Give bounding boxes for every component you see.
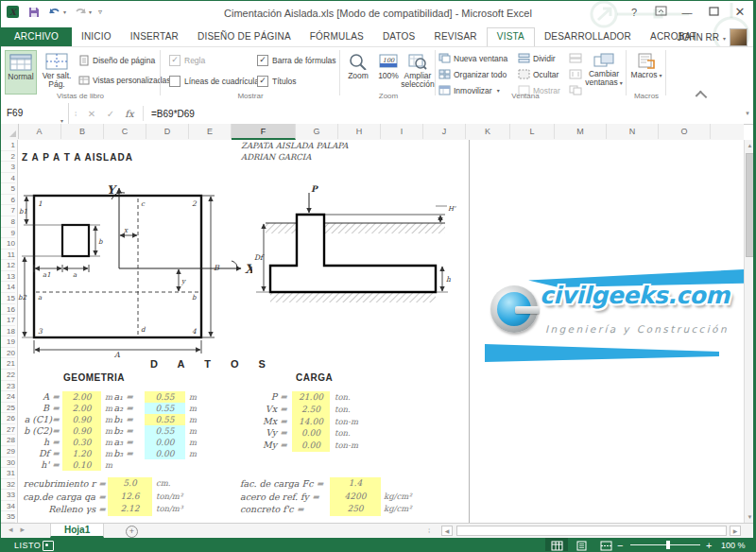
ribbon-tab-archivo[interactable]: ARCHIVO [1,27,72,46]
value-cell[interactable]: 0.10 [62,459,101,471]
value-cell[interactable]: 5.0 [108,477,152,491]
row-header-30[interactable]: 30 [1,457,15,469]
normal-view-shortcut[interactable] [545,538,568,552]
value-cell[interactable]: 250 [330,503,381,516]
help-icon[interactable]: ? [625,4,644,21]
new-window-button[interactable]: Nueva ventana [438,53,507,63]
sheet-grid[interactable]: ZAPATA AISLADA PALAPA Z A P A T A AISLAD… [18,140,744,523]
horizontal-scrollbar[interactable] [456,526,727,536]
scroll-left-icon[interactable]: ◀ [441,526,453,536]
user-avatar[interactable] [730,28,747,46]
row-header-6[interactable]: 6 [1,195,15,206]
column-header-B[interactable]: B [61,124,104,139]
value-cell[interactable]: 0.55 [145,391,185,403]
row-header-27[interactable]: 27 [1,424,15,436]
column-header-H[interactable]: H [338,124,381,139]
cell-header-note[interactable]: ZAPATA AISLADA PALAPA [241,141,348,150]
ribbon-tab-dise-o-de-p-gina[interactable]: DISEÑO DE PÁGINA [188,27,301,46]
new-sheet-icon[interactable]: + [126,526,138,538]
sheet-tab-hoja1[interactable]: Hoja1 [50,524,104,538]
column-header-E[interactable]: E [189,124,232,139]
checkbox-regla[interactable]: ✓Regla [169,55,259,66]
row-header-14[interactable]: 14 [1,282,15,293]
column-header-D[interactable]: D [146,124,189,139]
formula-bar-splitter[interactable]: ⁞ [69,110,82,118]
page-layout-shortcut[interactable] [570,538,593,552]
value-cell[interactable]: 12.6 [108,491,152,504]
column-header-K[interactable]: K [466,124,510,139]
sheet-title[interactable]: Z A P A T A AISLADA [22,152,133,163]
carga-header[interactable]: CARGA [296,372,333,383]
value-cell[interactable]: 0.00 [145,448,185,459]
tab-scroll-splitter[interactable]: ⁞ [428,526,430,535]
hide-window-button[interactable]: Ocultar [518,69,558,79]
value-cell[interactable]: 0.55 [145,425,185,437]
row-header-28[interactable]: 28 [1,435,15,446]
row-header-34[interactable]: 34 [1,501,15,512]
macros-button[interactable]: Macros [630,50,662,97]
row-header-31[interactable]: 31 [1,468,15,479]
row-header-12[interactable]: 12 [1,260,15,271]
row-header-22[interactable]: 22 [1,370,15,381]
row-header-18[interactable]: 18 [1,326,15,337]
switch-windows-button[interactable]: Cambiar ventanas [584,50,624,97]
sheet-nav-arrows[interactable]: ◂▸ [9,525,32,534]
cancel-icon[interactable]: ✕ [82,109,101,119]
value-cell[interactable]: 0.00 [145,437,185,448]
value-cell[interactable]: 4200 [330,491,381,504]
cell-author[interactable]: ADRIAN GARCIA [241,152,311,162]
row-header-1[interactable]: 1 [1,140,15,151]
value-cell[interactable]: 2.50 [292,404,330,416]
page-layout-view-button[interactable]: Diseño de página [78,55,155,66]
row-header-26[interactable]: 26 [1,413,15,424]
enter-icon[interactable]: ✓ [101,109,120,119]
select-all-corner[interactable] [1,124,19,139]
row-header-23[interactable]: 23 [1,381,15,392]
column-header-O[interactable]: O [659,124,711,139]
row-header-3[interactable]: 3 [1,162,15,173]
row-header-25[interactable]: 25 [1,403,15,414]
row-header-33[interactable]: 33 [1,490,15,501]
row-header-21[interactable]: 21 [1,358,15,370]
column-header-N[interactable]: N [607,124,659,139]
checkbox-barra-de-f-rmulas[interactable]: ✓Barra de fórmulas [257,55,336,66]
arrange-all-button[interactable]: Organizar todo [438,69,507,79]
zoom-to-selection-button[interactable]: Ampliar selección [402,50,434,95]
insert-function-icon[interactable]: fx [120,109,139,119]
geometria-header[interactable]: GEOMETRIA [63,372,125,383]
ribbon-tab-vista[interactable]: VISTA [487,27,535,46]
value-cell[interactable]: 0.00 [292,427,330,440]
formula-input[interactable]: =B69*D69 [147,109,740,119]
scroll-right-icon[interactable]: ▶ [730,526,741,536]
row-header-11[interactable]: 11 [1,250,15,261]
page-break-preview-button[interactable]: Ver salt.Pág. [39,50,75,95]
zoom-slider-thumb[interactable] [666,541,670,549]
row-header-9[interactable]: 9 [1,228,15,239]
column-header-A[interactable]: A [18,124,61,139]
macro-record-icon[interactable] [43,541,54,551]
row-header-10[interactable]: 10 [1,238,15,250]
row-header-20[interactable]: 20 [1,348,15,359]
account-chip[interactable]: JOHN RR ▾ [678,27,747,46]
column-header-L[interactable]: L [510,124,555,139]
column-header-J[interactable]: J [423,124,466,139]
zoom-100-button[interactable]: 100 100% [375,50,402,95]
row-header-7[interactable]: 7 [1,205,15,216]
row-header-24[interactable]: 24 [1,391,15,403]
row-header-35[interactable]: 35 [1,511,15,523]
ribbon-tab-revisar[interactable]: REVISAR [424,27,486,46]
ribbon-display-options-icon[interactable] [651,4,670,21]
row-header-2[interactable]: 2 [1,151,15,163]
normal-view-button[interactable]: Normal [5,50,37,95]
row-header-15[interactable]: 15 [1,293,15,304]
view-side-by-side-icon[interactable] [569,53,582,63]
name-box[interactable]: F69 ▾ [1,103,69,124]
column-header-C[interactable]: C [104,124,146,139]
ribbon-tab-desarrollador[interactable]: DESARROLLADOR [535,27,641,46]
value-cell[interactable]: 0.00 [292,440,330,452]
custom-views-button[interactable]: Vistas personalizadas [78,75,171,86]
value-cell[interactable]: 0.55 [145,403,185,414]
column-header-F[interactable]: F [232,124,296,140]
row-header-29[interactable]: 29 [1,446,15,457]
ribbon-tab-insertar[interactable]: INSERTAR [121,27,188,46]
